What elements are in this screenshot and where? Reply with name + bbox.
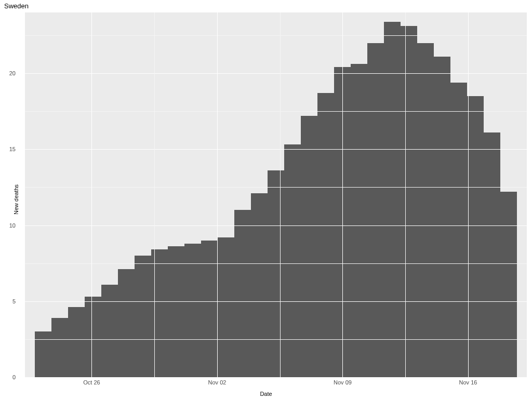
gridline-h-minor (25, 339, 527, 340)
bar (367, 43, 384, 378)
gridline-h-minor (25, 187, 527, 188)
bar (268, 170, 284, 377)
gridline-h-minor (25, 263, 527, 264)
gridline-v (342, 12, 343, 377)
y-tick-label: 0 (0, 374, 16, 380)
x-tick-label: Nov 02 (208, 379, 227, 385)
bar (234, 210, 251, 377)
gridline-v (91, 12, 92, 377)
bar (384, 22, 401, 377)
gridline-v-minor (154, 12, 155, 377)
y-tick-label: 5 (0, 298, 16, 304)
bar (118, 269, 135, 377)
bar (218, 237, 234, 377)
chart-title: Sweden (4, 2, 29, 10)
chart-container: Sweden New deaths Date 05101520 Oct 26No… (0, 0, 532, 399)
bar (450, 83, 467, 377)
x-tick-label: Nov 09 (334, 379, 352, 385)
x-tick-label: Nov 16 (459, 379, 477, 385)
bar (434, 57, 450, 377)
bar (168, 246, 184, 377)
y-axis-label: New deaths (13, 184, 19, 215)
bar (135, 256, 151, 377)
bar (251, 193, 268, 377)
bar (417, 43, 434, 378)
bar (68, 307, 85, 377)
bar (85, 297, 101, 377)
gridline-h-minor (25, 111, 527, 112)
gridline-v (468, 12, 469, 377)
bar (35, 331, 51, 377)
bar (101, 285, 118, 377)
gridline-h (25, 301, 527, 302)
gridline-v (217, 12, 218, 377)
gridline-v-minor (405, 12, 406, 377)
gridline-h-minor (25, 35, 527, 36)
x-tick-label: Oct 26 (83, 379, 100, 385)
gridline-h (25, 225, 527, 226)
bar (51, 318, 68, 377)
bars-layer (25, 12, 527, 377)
bar (301, 116, 317, 377)
bar (484, 132, 500, 377)
bar (151, 249, 168, 377)
bar (284, 144, 301, 377)
plot-area (25, 12, 527, 377)
bar (317, 93, 334, 377)
gridline-v-minor (280, 12, 281, 377)
bar (500, 192, 517, 377)
x-axis-label: Date (0, 391, 532, 397)
bar (201, 241, 218, 377)
plot-panel (25, 12, 527, 377)
gridline-h (25, 149, 527, 150)
y-tick-label: 20 (0, 70, 16, 76)
gridline-h (25, 73, 527, 74)
gridline-h (25, 377, 527, 378)
y-tick-label: 10 (0, 222, 16, 229)
bar (401, 26, 417, 377)
bar (467, 96, 484, 377)
y-tick-label: 15 (0, 146, 16, 152)
